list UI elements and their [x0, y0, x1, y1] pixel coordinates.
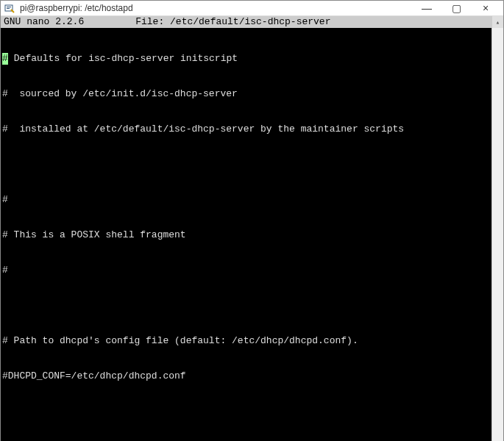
putty-window: pi@raspberrypi: /etc/hostapd — ▢ × GNU n…: [0, 0, 504, 441]
nano-header: GNU nano 2.2.6 File: /etc/default/isc-dh…: [1, 16, 491, 28]
close-button[interactable]: ×: [471, 1, 500, 15]
file-line: [2, 300, 489, 312]
cursor: #: [2, 53, 8, 65]
nano-app-name: GNU nano 2.2.6: [4, 16, 84, 28]
scrollbar[interactable]: ▴ ▾: [491, 16, 503, 441]
minimize-button[interactable]: —: [412, 1, 441, 15]
file-line: #: [2, 265, 489, 276]
titlebar[interactable]: pi@raspberrypi: /etc/hostapd — ▢ ×: [1, 1, 503, 16]
file-line: # sourced by /etc/init.d/isc-dhcp-server: [2, 88, 489, 100]
file-line: [2, 159, 489, 171]
file-line: # Defaults for isc-dhcp-server initscrip…: [2, 53, 489, 65]
file-line: #: [2, 194, 489, 206]
terminal-wrap: GNU nano 2.2.6 File: /etc/default/isc-dh…: [1, 16, 503, 441]
terminal[interactable]: GNU nano 2.2.6 File: /etc/default/isc-dh…: [1, 16, 491, 441]
file-line: # This is a POSIX shell fragment: [2, 229, 489, 241]
file-line: [2, 406, 489, 417]
file-line: # installed at /etc/default/isc-dhcp-ser…: [2, 123, 489, 135]
svg-rect-1: [7, 7, 11, 7]
maximize-button[interactable]: ▢: [441, 1, 471, 15]
app-icon: [4, 2, 15, 14]
window-title: pi@raspberrypi: /etc/hostapd: [20, 3, 412, 13]
file-line: #DHCPD_CONF=/etc/dhcp/dhcpd.conf: [2, 370, 489, 382]
svg-rect-2: [7, 8, 10, 9]
scroll-up-icon[interactable]: ▴: [492, 16, 503, 28]
editor-content[interactable]: # Defaults for isc-dhcp-server initscrip…: [1, 28, 491, 441]
nano-file-label: File: /etc/default/isc-dhcp-server: [84, 16, 489, 28]
file-line: # Path to dhcpd's config file (default: …: [2, 335, 489, 347]
